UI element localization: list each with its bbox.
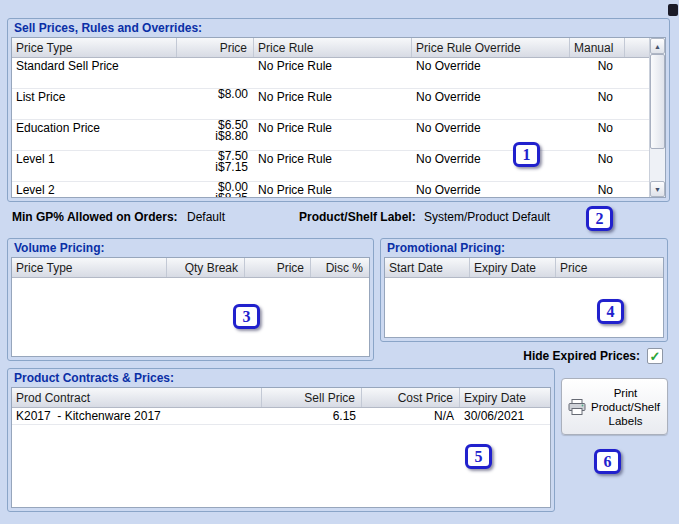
shelf-label-value: System/Product Default <box>424 210 550 224</box>
column-header-price-rule: Price Rule <box>254 38 412 57</box>
contracts-title: Product Contracts & Prices: <box>14 371 174 385</box>
column-header-prod-contract: Prod Contract <box>12 388 262 407</box>
print-labels-button-label: Print Product/Shelf Labels <box>588 386 663 428</box>
sell-price-cell: 6.15 <box>262 408 362 424</box>
vertical-scrollbar[interactable]: ▲ ▼ <box>649 38 665 197</box>
column-header-cost-price: Cost Price <box>362 388 460 407</box>
price-rule-cell: No Price Rule <box>254 151 412 167</box>
annotation-badge-1: 1 <box>513 142 540 167</box>
sell-prices-groupbox: Sell Prices, Rules and Overrides: Price … <box>7 18 670 202</box>
scrollbar-track[interactable] <box>650 54 665 181</box>
price-rule-cell: No Price Rule <box>254 182 412 198</box>
product-pricing-panel: Sell Prices, Rules and Overrides: Price … <box>0 0 679 524</box>
chevron-down-icon: ▼ <box>654 186 661 193</box>
expiry-date-cell: 30/06/2021 <box>460 408 550 424</box>
column-header-manual: Manual <box>570 38 625 57</box>
manual-cell: No <box>570 182 625 198</box>
window-corner-artifact <box>668 4 678 16</box>
manual-cell: No <box>570 151 625 167</box>
annotation-badge-4: 4 <box>597 299 624 324</box>
table-row[interactable]: Standard Sell Price $8.00 i$8.80 No Pric… <box>12 58 649 89</box>
column-header-expiry-date: Expiry Date <box>460 388 550 407</box>
sell-prices-title: Sell Prices, Rules and Overrides: <box>14 21 202 35</box>
hide-expired-row: Hide Expired Prices: ✓ <box>380 347 668 365</box>
price-cell: $0.00 i$0.00 <box>177 182 254 198</box>
min-gp-value: Default <box>187 210 225 224</box>
column-header-start-date: Start Date <box>385 258 470 277</box>
scrollbar-thumb[interactable] <box>650 54 665 149</box>
override-cell: No Override <box>412 182 570 198</box>
annotation-badge-6: 6 <box>594 449 621 474</box>
column-header-price: Price <box>245 258 311 277</box>
price-rule-cell: No Price Rule <box>254 120 412 136</box>
checkmark-icon: ✓ <box>650 350 661 363</box>
sell-prices-grid: Price Type Price Price Rule Price Rule O… <box>11 37 666 198</box>
column-header-disc-pct: Disc % <box>311 258 369 277</box>
volume-pricing-title: Volume Pricing: <box>14 241 104 255</box>
table-row[interactable]: Level 2 $0.00 i$0.00 No Price Rule No Ov… <box>12 182 649 198</box>
promotional-pricing-groupbox: Promotional Pricing: Start Date Expiry D… <box>380 238 668 342</box>
price-type-cell: List Price <box>12 89 177 105</box>
annotation-badge-2: 2 <box>586 206 613 231</box>
override-cell: No Override <box>412 120 570 136</box>
promotional-pricing-grid: Start Date Expiry Date Price <box>384 257 664 338</box>
manual-cell: No <box>570 89 625 105</box>
override-cell: No Override <box>412 58 570 74</box>
hide-expired-label: Hide Expired Prices: <box>523 349 640 363</box>
override-cell: No Override <box>412 151 570 167</box>
print-labels-button[interactable]: Print Product/Shelf Labels <box>561 378 668 435</box>
table-row[interactable]: K2017 - Kitchenware 2017 6.15 N/A 30/06/… <box>12 408 550 425</box>
column-header-filler <box>625 38 649 57</box>
column-header-price-rule-override: Price Rule Override <box>412 38 570 57</box>
promotional-pricing-header-row: Start Date Expiry Date Price <box>385 258 663 278</box>
column-header-price: Price <box>556 258 663 277</box>
column-header-price-type: Price Type <box>12 38 177 57</box>
chevron-up-icon: ▲ <box>654 43 661 50</box>
annotation-badge-5: 5 <box>465 444 492 469</box>
column-header-price-type: Price Type <box>12 258 167 277</box>
hide-expired-checkbox[interactable]: ✓ <box>647 348 663 364</box>
column-header-qty-break: Qty Break <box>167 258 245 277</box>
annotation-badge-3: 3 <box>233 304 260 329</box>
table-row[interactable]: List Price $6.50 i$7.15 No Price Rule No… <box>12 89 649 120</box>
manual-cell: No <box>570 58 625 74</box>
price-type-cell: Education Price <box>12 120 177 136</box>
column-header-expiry-date: Expiry Date <box>470 258 556 277</box>
shelf-label-label: Product/Shelf Label: <box>299 210 416 224</box>
scroll-up-button[interactable]: ▲ <box>650 38 665 54</box>
printer-icon <box>568 399 586 415</box>
table-row[interactable]: Education Price $7.50 i$8.25 No Price Ru… <box>12 120 649 151</box>
sell-prices-grid-content: Price Type Price Price Rule Price Rule O… <box>12 38 649 197</box>
contract-cell: K2017 - Kitchenware 2017 <box>12 408 262 424</box>
override-cell: No Override <box>412 89 570 105</box>
price-type-cell: Level 1 <box>12 151 177 167</box>
volume-pricing-groupbox: Volume Pricing: Price Type Qty Break Pri… <box>7 238 374 361</box>
manual-cell: No <box>570 120 625 136</box>
scroll-down-button[interactable]: ▼ <box>650 181 665 197</box>
price-rule-cell: No Price Rule <box>254 89 412 105</box>
price-type-cell: Level 2 <box>12 182 177 198</box>
min-gp-label: Min GP% Allowed on Orders: <box>12 210 178 224</box>
volume-pricing-header-row: Price Type Qty Break Price Disc % <box>12 258 369 278</box>
promotional-pricing-title: Promotional Pricing: <box>387 241 505 255</box>
table-row[interactable]: Level 1 $0.00 i$0.00 No Price Rule No Ov… <box>12 151 649 182</box>
volume-pricing-grid: Price Type Qty Break Price Disc % <box>11 257 370 357</box>
sell-prices-header-row: Price Type Price Price Rule Price Rule O… <box>12 38 649 58</box>
price-rule-cell: No Price Rule <box>254 58 412 74</box>
cost-price-cell: N/A <box>362 408 460 424</box>
column-header-sell-price: Sell Price <box>262 388 362 407</box>
contracts-header-row: Prod Contract Sell Price Cost Price Expi… <box>12 388 550 408</box>
contracts-groupbox: Product Contracts & Prices: Prod Contrac… <box>7 368 555 512</box>
price-type-cell: Standard Sell Price <box>12 58 177 74</box>
column-header-price: Price <box>177 38 254 57</box>
